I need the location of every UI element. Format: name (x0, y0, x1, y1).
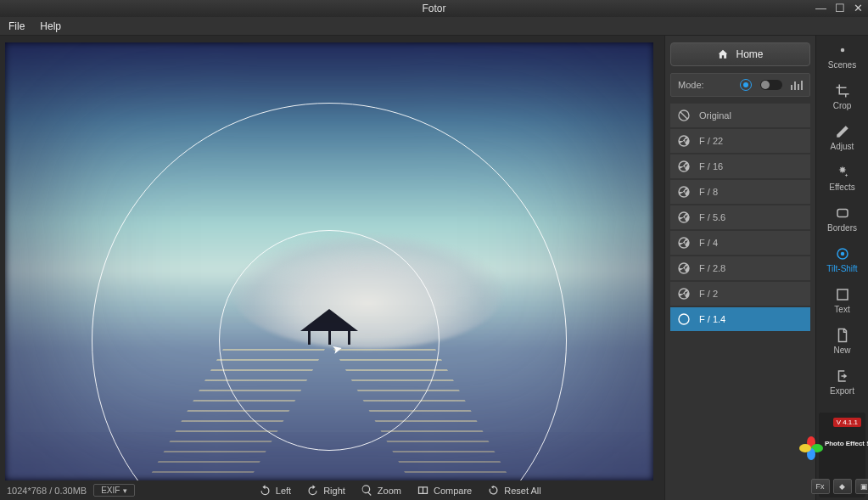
minimize-button[interactable]: — (815, 2, 826, 14)
zoom-button[interactable]: Zoom (361, 484, 401, 497)
rail-label: Text (834, 305, 849, 314)
canvas-view[interactable]: ➤ (0, 36, 664, 480)
menu-help[interactable]: Help (40, 20, 61, 32)
aperture-icon (677, 185, 691, 199)
mode-radial-icon[interactable] (740, 79, 752, 91)
rail-effects[interactable]: Effects (816, 158, 868, 199)
aperture-icon (677, 134, 691, 148)
fstop-f-2-8[interactable]: F / 2.8 (670, 256, 810, 280)
rail-label: Export (830, 386, 854, 396)
tilt-shift-icon (835, 246, 850, 261)
compare-button[interactable]: Compare (417, 484, 472, 497)
mode-toggle[interactable] (760, 80, 782, 90)
rail-label: Crop (833, 101, 852, 110)
aperture-icon (677, 261, 691, 275)
home-label: Home (736, 48, 763, 60)
rail-text[interactable]: Text (816, 280, 868, 321)
fstop-f-5-6[interactable]: F / 5.6 (670, 205, 810, 229)
fstop-f-16[interactable]: F / 16 (670, 154, 810, 178)
borders-icon (835, 205, 850, 221)
image-dimensions: 1024*768 / 0.30MB (7, 486, 87, 496)
fstop-original[interactable]: Original (670, 104, 810, 127)
close-button[interactable]: ✕ (854, 2, 863, 14)
menubar: File Help (0, 17, 868, 36)
rail-label: Scenes (828, 60, 856, 70)
rail-scenes[interactable]: Scenes (816, 36, 868, 76)
status-bar: 1024*768 / 0.30MB EXIF Left Right Zoom C… (0, 480, 664, 500)
rail-label: Borders (827, 223, 857, 233)
rotate-right-button[interactable]: Right (306, 484, 345, 497)
fstop-label: F / 5.6 (699, 212, 725, 222)
rail-crop[interactable]: Crop (816, 76, 868, 117)
fstop-label: F / 8 (699, 187, 718, 197)
fstop-label: F / 2.8 (699, 263, 725, 273)
photo-preview[interactable]: ➤ (5, 42, 653, 480)
tool-rail: ScenesCropAdjustEffectsBordersTilt-Shift… (815, 36, 868, 500)
promo-logo-icon (800, 431, 822, 453)
crop-icon (835, 83, 850, 98)
rail-export[interactable]: Export (816, 362, 868, 402)
rail-adjust[interactable]: Adjust (816, 117, 868, 158)
adjust-icon (835, 124, 850, 139)
rail-label: New (833, 346, 850, 355)
mode-row: Mode: (670, 73, 810, 97)
fstop-label: F / 1.4 (699, 314, 725, 324)
rail-label: Tilt-Shift (826, 264, 857, 273)
fstop-f-1-4[interactable]: F / 1.4 (670, 307, 810, 331)
fstop-label: F / 16 (699, 161, 723, 171)
rail-borders[interactable]: Borders (816, 199, 868, 239)
fstop-f-4[interactable]: F / 4 (670, 231, 810, 255)
app-title: Fotor (422, 3, 445, 14)
promo-name: Photo Effect Studio (825, 440, 868, 447)
promo-version: V 4.1.1 (833, 418, 861, 427)
reset-all-button[interactable]: Reset All (487, 484, 540, 497)
scenes-icon (835, 42, 850, 58)
tilt-shift-inner-ring[interactable] (219, 230, 440, 451)
new-icon (835, 328, 850, 343)
aperture-icon (677, 211, 691, 224)
aperture-icon (677, 160, 691, 173)
home-button[interactable]: Home (670, 42, 810, 66)
fstop-label: F / 2 (699, 289, 718, 299)
titlebar: Fotor — ☐ ✕ (0, 0, 868, 17)
rail-tilt-shift[interactable]: Tilt-Shift (816, 239, 868, 280)
promo-frame-button[interactable]: ▣ (855, 479, 869, 494)
side-panel: Home Mode: OriginalF / 22F / 16F / 8F / … (664, 36, 815, 500)
aperture-icon (677, 312, 691, 326)
fstop-f-22[interactable]: F / 22 (670, 129, 810, 153)
aperture-icon (677, 109, 691, 122)
mode-linear-icon[interactable] (791, 80, 803, 90)
export-icon (835, 368, 850, 384)
fstop-label: F / 4 (699, 238, 718, 248)
fstop-f-8[interactable]: F / 8 (670, 180, 810, 204)
rail-label: Effects (829, 183, 854, 192)
aperture-icon (677, 236, 691, 250)
rail-new[interactable]: New (816, 321, 868, 362)
fstop-label: F / 22 (699, 136, 723, 146)
home-icon (717, 48, 729, 60)
promo-fx-button[interactable]: Fx (811, 479, 830, 494)
fstop-label: Original (699, 110, 731, 121)
aperture-icon (677, 287, 691, 301)
menu-file[interactable]: File (8, 20, 25, 32)
promo-diamond-button[interactable]: ◆ (833, 479, 852, 494)
mode-label: Mode: (678, 80, 704, 90)
rotate-left-button[interactable]: Left (259, 484, 291, 497)
promo-card[interactable]: V 4.1.1 Photo Effect Studio Fx ◆ ▣ (819, 413, 865, 497)
effects-icon (835, 165, 850, 180)
text-icon (835, 287, 850, 302)
exif-dropdown[interactable]: EXIF (93, 484, 135, 497)
rail-label: Adjust (831, 142, 854, 151)
maximize-button[interactable]: ☐ (835, 2, 845, 14)
fstop-f-2[interactable]: F / 2 (670, 282, 810, 306)
